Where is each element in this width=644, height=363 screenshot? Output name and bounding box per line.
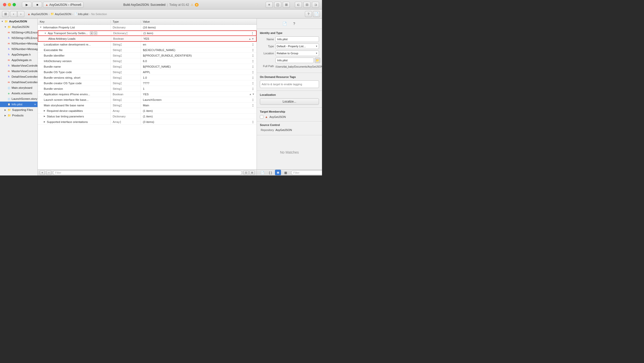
rp-icon-1[interactable]: 📄 xyxy=(259,170,266,176)
table-row[interactable]: Main storyboard file base name String ▲ … xyxy=(38,103,257,108)
table-row[interactable]: Bundle versions string, short String ▲ ▼… xyxy=(38,75,257,80)
breadcrumb-item-2[interactable]: 📁 AsyGetJSON xyxy=(51,12,71,16)
table-row[interactable]: Executable file String ▲ ▼ $(EXECUTABLE_… xyxy=(38,47,257,53)
value-stepper[interactable]: ▲ ▼ xyxy=(252,48,255,52)
type-stepper[interactable]: ▲ ▼ xyxy=(126,31,129,35)
file-name-input[interactable] xyxy=(275,58,314,63)
localize-button[interactable]: Localize... xyxy=(260,98,319,105)
type-stepper[interactable]: ▲ ▼ xyxy=(120,43,123,46)
expand-triangle[interactable]: ▶ xyxy=(44,121,45,123)
type-stepper[interactable]: ▲ ▼ xyxy=(120,54,123,57)
expand-triangle[interactable]: ▼ xyxy=(40,26,42,28)
value-stepper[interactable]: ▲ ▼ xyxy=(252,70,255,74)
file-navigator-btn[interactable]: ⊞ xyxy=(2,11,9,17)
table-row[interactable]: ▼ Information Property List Dictionary (… xyxy=(38,25,257,30)
value-stepper[interactable]: ▲ ▼ xyxy=(252,81,255,85)
table-row[interactable]: InfoDictionary version String ▲ ▼ 6.0 ▲ … xyxy=(38,58,257,64)
location-select[interactable]: Relative to Group ▼ xyxy=(275,51,319,56)
sidebar-item-products[interactable]: ▶ 📁 Products xyxy=(0,113,37,118)
zoom-button[interactable] xyxy=(13,3,16,6)
type-stepper[interactable]: ▲ ▼ xyxy=(120,76,123,79)
name-input[interactable] xyxy=(275,36,319,42)
run-button[interactable]: ▶ xyxy=(22,2,31,8)
type-stepper[interactable]: ▲ ▼ xyxy=(120,65,123,68)
toggle-left-panel-btn[interactable]: ⊏ xyxy=(295,2,302,8)
value-stepper[interactable]: ▲ ▼ xyxy=(252,120,255,124)
value-stepper[interactable]: ▲ ▼ xyxy=(252,76,255,79)
bool-stepper[interactable]: ▲ ▼ xyxy=(249,37,254,40)
type-stepper[interactable]: ▲ ▼ xyxy=(120,98,123,102)
sidebar-item-nsnumber-h[interactable]: h NSNumber+Message.h A xyxy=(0,46,37,52)
close-button[interactable] xyxy=(3,3,6,6)
type-stepper[interactable]: ▲ ▼ xyxy=(119,120,122,124)
table-row[interactable]: Application requires iPhone enviro... Bo… xyxy=(38,92,257,97)
value-stepper[interactable]: ▲ ▼ xyxy=(252,65,255,68)
toggle-bottom-panel-btn[interactable]: ⊟ xyxy=(303,2,310,8)
nav-forward-btn[interactable]: › xyxy=(17,11,24,17)
value-stepper[interactable]: ▲ ▼ xyxy=(252,31,254,35)
sidebar-item-detail-m[interactable]: m DetailViewController.m xyxy=(0,79,37,85)
table-row[interactable]: Bundle OS Type code String ▲ ▼ APPL ▲ ▼ xyxy=(38,69,257,75)
stop-button[interactable]: ■ xyxy=(32,2,42,8)
table-row[interactable]: Bundle name String ▲ ▼ $(PRODUCT_NAME) ▲… xyxy=(38,64,257,69)
rp-icon-2[interactable]: { } xyxy=(267,170,274,176)
nav-back-btn[interactable]: ‹ xyxy=(10,11,17,17)
quick-help-btn[interactable]: ? xyxy=(291,21,298,27)
type-stepper[interactable]: ▲ ▼ xyxy=(120,70,123,74)
table-row[interactable]: ▶ Status bar tinting parameters Dictiona… xyxy=(38,114,257,119)
editor-standard-btn[interactable]: ≡ xyxy=(266,2,273,8)
value-stepper[interactable]: ▲ ▼ xyxy=(252,87,255,90)
breadcrumb-item-4[interactable]: No Selection xyxy=(91,13,107,16)
table-row[interactable]: ▶ Supported interface orientations Array… xyxy=(38,119,257,125)
sidebar-item-supporting-files[interactable]: ▶ 📁 Supporting Files xyxy=(0,107,37,113)
type-stepper[interactable]: ▲ ▼ xyxy=(120,87,123,90)
file-inspector-btn[interactable]: 📄 xyxy=(281,21,288,27)
sidebar-root-group[interactable]: ▼ 📁 AsyGetJSON xyxy=(0,19,37,24)
value-stepper[interactable]: ▲ ▼ xyxy=(252,54,255,57)
sidebar-item-main-storyboard[interactable]: ◫ Main.storyboard xyxy=(0,85,37,90)
value-stepper[interactable]: ▲ ▼ xyxy=(252,98,255,102)
minimize-button[interactable] xyxy=(8,3,11,6)
sidebar-item-appdelegate-m[interactable]: m AppDelegate.m xyxy=(0,57,37,63)
right-panel-filter-input[interactable] xyxy=(291,170,322,175)
bottom-icon-2[interactable]: ⊞ xyxy=(250,170,255,175)
breadcrumb-item-3[interactable]: 📄 Info.plist xyxy=(74,13,88,16)
sidebar-item-nsnumber-m[interactable]: m NSNumber+Message.m A xyxy=(0,41,37,46)
sidebar-group[interactable]: ▼ 📁 AsyGetJSON xyxy=(0,24,37,30)
sidebar-item-master-h[interactable]: h MasterViewController.h M xyxy=(0,63,37,68)
bottom-icon-1[interactable]: ⊡ xyxy=(244,170,249,175)
quick-help-btn[interactable]: ? xyxy=(305,11,312,17)
sidebar-item-detail-h[interactable]: h DetailViewController.h xyxy=(0,74,37,79)
add-file-btn[interactable]: 📄 xyxy=(313,11,320,17)
type-stepper[interactable]: ▲ ▼ xyxy=(120,59,123,63)
scheme-selector[interactable]: ▲ AsyGetJSON › iPhone6 xyxy=(43,2,84,8)
rp-icon-4[interactable]: ▦ xyxy=(282,170,289,176)
breadcrumb-item-1[interactable]: ▲ AsyGetJSON xyxy=(27,12,48,16)
table-row[interactable]: Bundle creator OS Type code String ▲ ▼ ?… xyxy=(38,80,257,86)
expand-triangle[interactable]: ▶ xyxy=(44,110,45,112)
table-row[interactable]: Launch screen interface file base... Str… xyxy=(38,97,257,103)
type-stepper[interactable]: ▲ ▼ xyxy=(120,81,123,85)
type-stepper[interactable]: ▲ ▼ xyxy=(120,104,123,107)
table-row[interactable]: Allow Arbitrary Loads Boolean YES ▲ ▼ xyxy=(38,36,257,42)
sidebar-item-infoplist[interactable]: 📋 Info.plist M xyxy=(0,102,37,107)
table-row[interactable]: ▶ Required device capabilities Array (1 … xyxy=(38,108,257,114)
tags-input[interactable] xyxy=(260,80,319,88)
value-stepper[interactable]: ▲ ▼ xyxy=(252,104,255,107)
sidebar-item-master-m[interactable]: m MasterViewController.m xyxy=(0,68,37,74)
table-row[interactable]: Localization native development re... St… xyxy=(38,42,257,47)
rp-icon-3[interactable]: ◉ xyxy=(275,170,281,175)
file-choose-btn[interactable]: 📁 xyxy=(315,58,320,63)
remove-row-btn[interactable]: − xyxy=(94,31,97,35)
sidebar-item-nsstring-urle-m[interactable]: m NSString+URLEncoding.m A xyxy=(0,30,37,35)
add-entry-btn[interactable]: + xyxy=(40,170,45,175)
add-row-btn[interactable]: + xyxy=(90,31,93,35)
value-stepper[interactable]: ▲ ▼ xyxy=(252,43,255,46)
table-row[interactable]: Bundle identifier String ▲ ▼ $(PRODUCT_B… xyxy=(38,53,257,58)
table-row[interactable]: ▼ App Transport Security Settin... + − D… xyxy=(38,30,257,36)
sidebar-item-launchscreen[interactable]: ◫ LaunchScreen.storyboard xyxy=(0,96,37,102)
table-row[interactable]: Bundle version String ▲ ▼ 1 ▲ ▼ xyxy=(38,86,257,92)
version-editor-btn[interactable]: ◫ xyxy=(274,2,281,8)
value-stepper[interactable]: ▲ ▼ xyxy=(252,59,255,63)
filter-input[interactable] xyxy=(53,170,242,175)
